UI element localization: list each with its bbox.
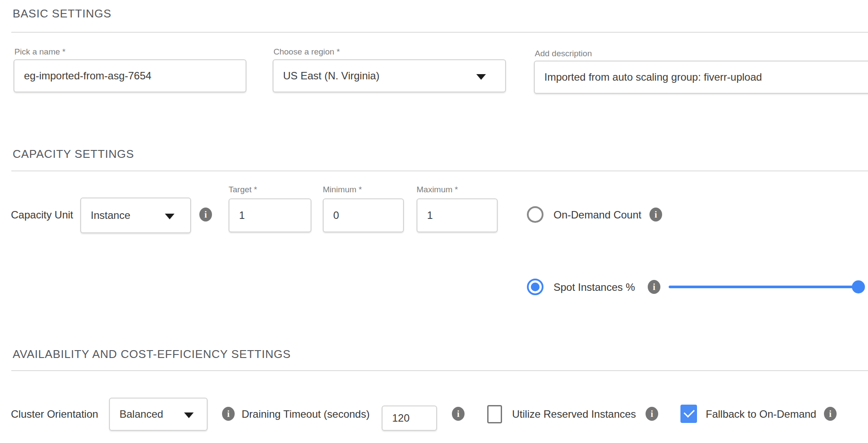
capacity-unit-label: Capacity Unit xyxy=(11,209,73,221)
target-field-label: Target * xyxy=(229,185,257,194)
utilize-reserved-info-icon[interactable] xyxy=(646,407,658,421)
utilize-reserved-label: Utilize Reserved Instances xyxy=(512,408,636,420)
cluster-orientation-select-value: Balanced xyxy=(120,408,163,420)
minimum-field-label: Minimum * xyxy=(323,185,362,194)
spot-instances-radio[interactable] xyxy=(527,279,543,295)
maximum-input[interactable] xyxy=(417,198,498,232)
on-demand-count-info-icon[interactable] xyxy=(649,208,662,222)
cluster-orientation-info-icon[interactable] xyxy=(222,407,235,421)
draining-timeout-info-icon[interactable] xyxy=(452,407,465,421)
cluster-orientation-select[interactable]: Balanced xyxy=(109,398,208,431)
maximum-field-label: Maximum * xyxy=(417,185,458,194)
availability-settings-title: AVAILABILITY AND COST-EFFICIENCY SETTING… xyxy=(13,348,291,361)
fallback-on-demand-info-icon[interactable] xyxy=(824,407,837,421)
draining-timeout-label: Draining Timeout (seconds) xyxy=(242,408,369,420)
minimum-input[interactable] xyxy=(323,198,404,232)
draining-timeout-input[interactable] xyxy=(382,406,437,431)
fallback-on-demand-label: Fallback to On-Demand xyxy=(706,408,816,420)
capacity-unit-select[interactable]: Instance xyxy=(80,198,191,233)
region-field-label: Choose a region * xyxy=(273,47,340,57)
basic-settings-title: BASIC SETTINGS xyxy=(13,7,111,20)
name-field-label: Pick a name * xyxy=(14,47,65,57)
spot-percentage-slider-track[interactable] xyxy=(669,286,858,288)
on-demand-count-label: On-Demand Count xyxy=(554,209,641,221)
chevron-down-icon xyxy=(165,214,174,219)
fallback-on-demand-checkbox[interactable] xyxy=(680,405,697,423)
target-input[interactable] xyxy=(229,198,311,232)
name-input[interactable] xyxy=(14,59,246,92)
basic-settings-divider xyxy=(11,32,868,33)
chevron-down-icon xyxy=(476,74,486,80)
region-select-value: US East (N. Virginia) xyxy=(283,70,379,82)
on-demand-count-radio[interactable] xyxy=(527,206,543,223)
chevron-down-icon xyxy=(184,412,194,418)
capacity-settings-divider xyxy=(11,170,868,171)
description-input[interactable] xyxy=(534,61,868,94)
description-field-label: Add description xyxy=(535,49,592,58)
capacity-unit-info-icon[interactable] xyxy=(199,208,212,222)
capacity-settings-title: CAPACITY SETTINGS xyxy=(13,147,134,161)
capacity-unit-select-value: Instance xyxy=(91,209,130,222)
spot-percentage-slider-handle[interactable] xyxy=(852,280,865,293)
spot-instances-info-icon[interactable] xyxy=(648,280,660,294)
utilize-reserved-checkbox[interactable] xyxy=(487,405,502,423)
spot-instances-label: Spot Instances % xyxy=(554,281,635,293)
cluster-orientation-label: Cluster Orientation xyxy=(11,408,98,420)
elastigroup-settings-form: BASIC SETTINGS Pick a name * Choose a re… xyxy=(0,0,868,443)
availability-settings-divider xyxy=(11,370,868,371)
region-select[interactable]: US East (N. Virginia) xyxy=(273,59,506,92)
